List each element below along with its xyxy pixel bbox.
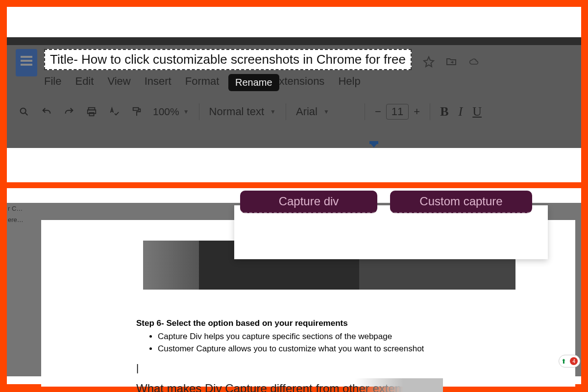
italic-button[interactable]: I — [459, 104, 463, 119]
list-item: Customer Capture allows you to customize… — [158, 343, 509, 355]
document-outline[interactable]: r C… ere… — [7, 203, 35, 376]
top-panel: Title- How to click customizable screens… — [7, 7, 581, 182]
docs-editor-area: r C… ere… Capture div Custom capture Ste… — [7, 203, 581, 376]
font-size-decrease[interactable]: − — [375, 105, 381, 118]
menu-help[interactable]: Help — [338, 75, 360, 88]
bottom-panel: r C… ere… Capture div Custom capture Ste… — [7, 188, 581, 384]
docs-menubar: File Edit View Insert Format Tools Exten… — [44, 75, 572, 88]
redo-icon[interactable] — [63, 105, 75, 118]
font-dropdown[interactable]: Arial▼ — [296, 105, 355, 118]
svg-rect-4 — [133, 108, 139, 111]
step-heading: Step 6- Select the option based on your … — [136, 318, 509, 329]
arrow-up-icon: ⬆ — [561, 358, 566, 365]
capture-div-button[interactable]: Capture div — [240, 191, 377, 213]
google-docs-logo-icon[interactable] — [16, 49, 37, 76]
outline-item[interactable]: ere… — [7, 214, 35, 225]
print-icon[interactable] — [85, 105, 98, 118]
separator — [286, 103, 286, 120]
move-folder-icon[interactable] — [445, 55, 458, 68]
star-icon[interactable] — [422, 55, 435, 68]
search-icon[interactable] — [18, 105, 30, 118]
ruler-tab-indicator-icon[interactable] — [369, 141, 378, 144]
menu-extensions[interactable]: Extensions — [272, 75, 325, 88]
extension-popup: Capture div Custom capture — [234, 205, 548, 259]
bold-button[interactable]: B — [440, 104, 448, 119]
list-item: Capture Div helps you capture specific s… — [158, 331, 509, 343]
rename-tooltip: Rename — [228, 74, 279, 91]
notification-badge-icon: 4 — [570, 357, 578, 365]
svg-point-0 — [21, 108, 26, 114]
docs-toolbar: 100%▼ Normal text▼ Arial▼ − 11 + B I U — [7, 95, 581, 129]
font-size-increase[interactable]: + — [414, 105, 420, 118]
separator — [199, 103, 199, 120]
outline-item[interactable]: r C… — [7, 203, 35, 214]
menu-format[interactable]: Format — [185, 75, 220, 88]
paragraph-style-dropdown[interactable]: Normal text▼ — [209, 105, 276, 118]
menu-edit[interactable]: Edit — [75, 75, 94, 88]
underline-button[interactable]: U — [472, 104, 482, 119]
text-fade-mask — [355, 378, 443, 392]
browser-tabstrip — [7, 37, 581, 45]
separator — [430, 103, 430, 120]
menu-file[interactable]: File — [44, 75, 61, 88]
google-docs-chrome: Title- How to click customizable screens… — [7, 45, 581, 148]
paint-format-icon[interactable] — [130, 105, 143, 118]
undo-icon[interactable] — [40, 105, 53, 118]
menu-view[interactable]: View — [107, 75, 130, 88]
text-cursor: | — [136, 362, 509, 375]
docs-header: Title- How to click customizable screens… — [7, 45, 581, 88]
custom-capture-button[interactable]: Custom capture — [390, 191, 532, 213]
menu-insert[interactable]: Insert — [145, 75, 172, 88]
font-size-control: − 11 + — [375, 104, 420, 120]
zoom-dropdown[interactable]: 100%▼ — [153, 106, 189, 118]
cloud-status-icon[interactable] — [467, 55, 480, 68]
spellcheck-icon[interactable] — [108, 105, 121, 118]
separator — [365, 103, 365, 120]
explore-button[interactable]: ⬆ 4 — [559, 355, 580, 368]
font-size-input[interactable]: 11 — [386, 104, 409, 120]
document-body-text[interactable]: Step 6- Select the option based on your … — [136, 318, 509, 375]
document-title-input[interactable]: Title- How to click customizable screens… — [44, 49, 412, 70]
document-page[interactable]: Capture div Custom capture Step 6- Selec… — [41, 220, 575, 387]
spacer — [7, 7, 581, 37]
